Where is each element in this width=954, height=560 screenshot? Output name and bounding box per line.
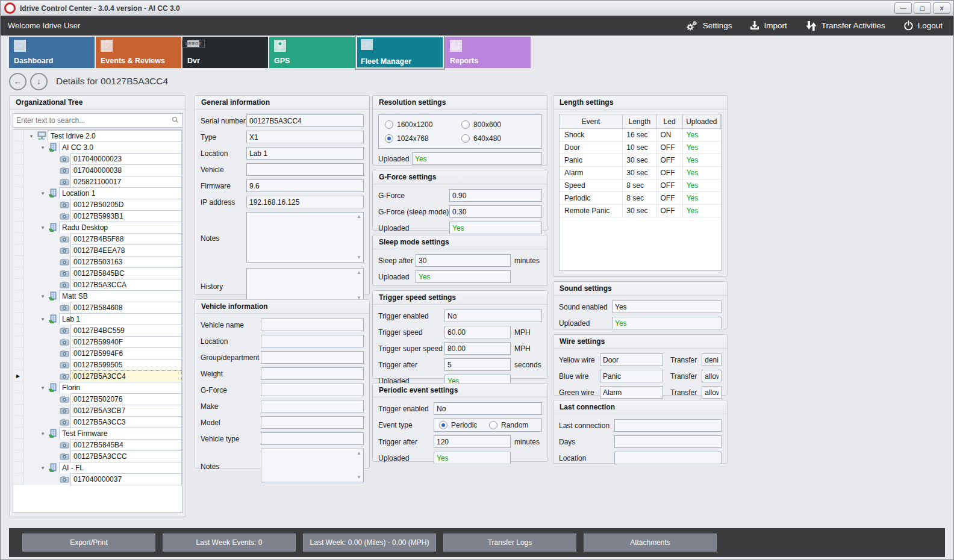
radio-option-640x480[interactable]: 640x480 [461,134,535,143]
last_connection-days-field[interactable] [614,435,722,448]
last_connection-location-field[interactable] [614,452,722,464]
nav-tile-dashboard[interactable]: Dashboard [9,37,95,68]
tree-node-00127b50205d[interactable]: 00127B50205D [13,199,182,210]
back-button[interactable]: ← [9,73,26,90]
resolution-uploaded-field[interactable] [412,152,542,165]
radio-option-800x600[interactable]: 800x600 [461,120,535,129]
tree-node-test-firmware[interactable]: ▾Test Firmware [13,428,182,439]
tree-node-00127b503163[interactable]: 00127B503163 [13,256,182,267]
green-wire-transfer-field[interactable] [702,386,722,399]
tree-node-017040000023[interactable]: 017040000023 [13,153,182,164]
trigger_speed-trigger-enabled-field[interactable] [444,310,542,322]
blue-wire-field[interactable] [600,370,663,382]
general_info-serial-number-field[interactable] [246,114,364,127]
expander-arrow-icon[interactable]: ▾ [39,187,47,199]
tree-node-matt-sb[interactable]: ▾Matt SB [13,290,182,302]
gforce-g-force-field[interactable] [449,189,542,202]
vehicle_info-vehicle-name-field[interactable] [261,319,364,331]
tree-node-00127b5845b4[interactable]: 00127B5845B4 [13,439,182,450]
table-row-alarm[interactable]: Alarm30 secOFFYes [560,167,721,179]
expander-arrow-icon[interactable]: ▾ [27,130,36,142]
table-row-periodic[interactable]: Periodic8 secOFFYes [560,192,721,205]
yellow-wire-transfer-field[interactable] [702,353,722,366]
nav-tile-fleet-manager[interactable]: Fleet Manager [355,35,445,70]
trigger_speed-trigger-after-field[interactable] [444,358,511,371]
table-row-remote-panic[interactable]: Remote Panic30 secOFFYes [560,205,721,217]
tree-node-00127b599505[interactable]: 00127B599505 [13,359,182,370]
tree-node-00127b502076[interactable]: 00127B502076 [13,393,182,405]
table-row-door[interactable]: Door10 secOFFYes [560,142,721,154]
vehicle_info-g-force-field[interactable] [261,384,364,396]
general_info-ip-address-field[interactable] [246,196,364,208]
tree-node-025821100017[interactable]: 025821100017 [13,176,182,187]
general_info-type-field[interactable] [246,131,364,143]
sound-uploaded-field[interactable] [612,317,722,329]
vehicle_info-location-field[interactable] [261,335,364,347]
close-button[interactable]: x [933,2,950,14]
tree-node-florin[interactable]: ▾Florin [13,382,182,393]
radio-option-1024x768[interactable]: 1024x768 [385,134,459,143]
nav-tile-events-reviews[interactable]: Events & Reviews [96,37,181,68]
tree-node-ai-fl[interactable]: ▾AI - FL [13,462,182,473]
tree-node-00127b5a3cc4[interactable]: ▶00127B5A3CC4 [13,370,182,382]
expander-arrow-icon[interactable]: ▾ [39,462,47,473]
green-wire-field[interactable] [600,386,663,399]
maximize-button[interactable]: ▢ [914,2,931,14]
tree-node-00127b59940f[interactable]: 00127B59940F [13,336,182,347]
vehicle_info-notes-textarea[interactable] [261,449,364,482]
settings-button[interactable]: Settings [685,20,732,31]
vehicle_info-model-field[interactable] [261,416,364,429]
trigger_speed-trigger-speed-field[interactable] [444,326,511,338]
tree-node-00127b4eea78[interactable]: 00127B4EEA78 [13,244,182,256]
vehicle_info-make-field[interactable] [261,400,364,412]
export-print-button[interactable]: Export/Print [22,534,155,552]
logout-button[interactable]: Logout [903,20,943,31]
tree-node-00127b5993b1[interactable]: 00127B5993B1 [13,210,182,222]
radio-option-periodic[interactable]: Periodic [439,421,487,429]
vehicle_info-vehicle-type-field[interactable] [261,432,364,445]
yellow-wire-field[interactable] [600,353,663,366]
general_info-firmware-field[interactable] [246,179,364,192]
tree-node-location-1[interactable]: ▾Location 1 [13,187,182,199]
tree-node-00127b5a3cca[interactable]: 00127B5A3CCA [13,279,182,290]
nav-tile-reports[interactable]: Reports [445,37,531,68]
scroll-down-button[interactable]: ↓ [30,73,48,90]
tree-node-ai-cc-3-0[interactable]: ▾AI CC 3.0 [13,142,182,153]
nav-tile-gps[interactable]: GPS [269,37,355,68]
gforce-uploaded-field[interactable] [449,222,542,234]
last-week-events-0-button[interactable]: Last Week Events: 0 [163,534,296,552]
expander-arrow-icon[interactable]: ▾ [39,290,47,302]
sleep-uploaded-field[interactable] [416,270,511,283]
vehicle_info-weight-field[interactable] [261,367,364,380]
tree-node-radu-desktop[interactable]: ▾Radu Desktop [13,222,182,233]
blue-wire-transfer-field[interactable] [702,370,722,382]
transfer-logs-button[interactable]: Transfer Logs [443,534,576,552]
expander-arrow-icon[interactable]: ▾ [39,382,47,393]
table-row-panic[interactable]: Panic30 secOFFYes [560,154,721,167]
tree-node-00127b5845bc[interactable]: 00127B5845BC [13,267,182,279]
attachments-button[interactable]: Attachments [584,534,717,552]
expander-arrow-icon[interactable]: ▾ [39,313,47,325]
tree-node-00127b584608[interactable]: 00127B584608 [13,302,182,313]
periodic-trigger-after-field[interactable] [434,435,511,448]
periodic-trigger-enabled-field[interactable] [434,402,542,415]
general_info-notes-textarea[interactable] [246,212,364,263]
expander-arrow-icon[interactable]: ▾ [39,428,47,439]
general_info-history-textarea[interactable] [246,268,364,303]
minimize-button[interactable]: — [894,2,912,14]
last_connection-last-connection-field[interactable] [614,419,722,432]
tree-node-00127b5a3cb7[interactable]: 00127B5A3CB7 [13,405,182,416]
tree-node-00127b5a3cc3[interactable]: 00127B5A3CC3 [13,416,182,428]
periodic-uploaded-field[interactable] [434,452,511,464]
tree-node-017040000038[interactable]: 017040000038 [13,164,182,176]
table-row-shock[interactable]: Shock16 secONYes [560,129,721,142]
tree-node-00127b4bc559[interactable]: 00127B4BC559 [13,325,182,336]
radio-option-random[interactable]: Random [489,421,537,429]
general_info-location-field[interactable] [246,147,364,160]
table-row-speed[interactable]: Speed8 secOFFYes [560,179,721,192]
general_info-vehicle-field[interactable] [246,163,364,176]
tree-node-017040000037[interactable]: 017040000037 [13,473,182,485]
radio-option-1600x1200[interactable]: 1600x1200 [385,120,459,129]
transfer-activities-button[interactable]: Transfer Activities [805,20,885,32]
gforce-g-force-sleep-mode-field[interactable] [449,205,542,218]
